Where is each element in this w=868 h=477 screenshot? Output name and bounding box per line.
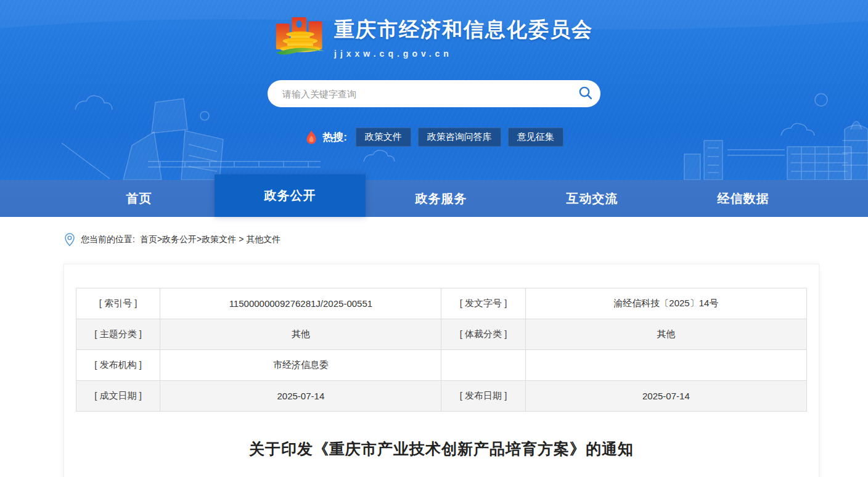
- site-brand[interactable]: 重庆市经济和信息化委员会 jjxxw.cq.gov.cn: [275, 12, 593, 62]
- meta-row-dates: [ 成文日期 ] 2025-07-14 [ 发布日期 ] 2025-07-14: [76, 381, 807, 412]
- meta-label-genre-category: [ 体裁分类 ]: [441, 319, 525, 350]
- site-title: 重庆市经济和信息化委员会: [334, 16, 593, 44]
- search-icon: [578, 86, 593, 102]
- site-logo-icon: [275, 12, 326, 62]
- search-button[interactable]: [573, 83, 598, 105]
- meta-value-written-date: 2025-07-14: [160, 381, 441, 412]
- meta-label-empty: [441, 350, 525, 381]
- breadcrumb: 您当前的位置: 首页>政务公开>政策文件 > 其他文件: [63, 217, 819, 262]
- brand-text: 重庆市经济和信息化委员会 jjxxw.cq.gov.cn: [334, 12, 593, 59]
- breadcrumb-prefix: 您当前的位置:: [81, 234, 135, 245]
- meta-label-publish-date: [ 发布日期 ]: [441, 381, 525, 412]
- meta-value-genre-category: 其他: [525, 319, 806, 350]
- meta-value-index: 11500000009276281J/2025-00551: [160, 288, 441, 319]
- main-nav-inner: 首页 政务公开 政务服务 互动交流 经信数据: [63, 180, 819, 217]
- main-nav: 首页 政务公开 政务服务 互动交流 经信数据: [0, 180, 868, 217]
- page: 重庆市经济和信息化委员会 jjxxw.cq.gov.cn: [0, 0, 868, 477]
- meta-row-publisher: [ 发布机构 ] 市经济信息委: [76, 350, 807, 381]
- hot-search-item-policy-qa[interactable]: 政策咨询问答库: [418, 128, 501, 147]
- breadcrumb-path[interactable]: 首页>政务公开>政策文件 > 其他文件: [140, 234, 280, 245]
- hot-search-item-policy-files[interactable]: 政策文件: [356, 128, 411, 147]
- meta-label-index: [ 索引号 ]: [76, 288, 160, 319]
- meta-label-written-date: [ 成文日期 ]: [76, 381, 160, 412]
- meta-value-topic-category: 其他: [160, 319, 441, 350]
- meta-row-index-number: [ 索引号 ] 11500000009276281J/2025-00551 [ …: [76, 288, 807, 319]
- document-meta-table: [ 索引号 ] 11500000009276281J/2025-00551 [ …: [76, 288, 807, 412]
- location-pin-icon: [63, 232, 76, 247]
- meta-value-publish-date: 2025-07-14: [525, 381, 806, 412]
- nav-item-gov-disclosure[interactable]: 政务公开: [215, 174, 366, 217]
- hot-search-label: 热搜:: [322, 130, 347, 144]
- meta-value-doc-number: 渝经信科技〔2025〕14号: [525, 288, 806, 319]
- nav-item-gov-services[interactable]: 政务服务: [366, 180, 517, 217]
- site-banner: 重庆市经济和信息化委员会 jjxxw.cq.gov.cn: [0, 0, 868, 180]
- meta-label-publisher: [ 发布机构 ]: [76, 350, 160, 381]
- document-title: 关于印发《重庆市产业技术创新产品培育方案》的通知: [76, 439, 807, 459]
- search-bar: [268, 80, 600, 107]
- hot-search-row: 热搜: 政策文件 政策咨询问答库 意见征集: [305, 128, 563, 147]
- meta-label-topic-category: [ 主题分类 ]: [76, 319, 160, 350]
- search-input[interactable]: [268, 80, 600, 107]
- meta-value-publisher: 市经济信息委: [160, 350, 441, 381]
- meta-label-doc-number: [ 发文字号 ]: [441, 288, 525, 319]
- meta-row-category: [ 主题分类 ] 其他 [ 体裁分类 ] 其他: [76, 319, 807, 350]
- meta-value-empty: [525, 350, 806, 381]
- document-card: [ 索引号 ] 11500000009276281J/2025-00551 [ …: [63, 264, 819, 477]
- nav-item-econ-data[interactable]: 经信数据: [668, 180, 819, 217]
- nav-item-interaction[interactable]: 互动交流: [517, 180, 668, 217]
- flame-icon: [305, 129, 318, 145]
- site-url: jjxxw.cq.gov.cn: [334, 49, 593, 59]
- hot-search-item-opinion-collection[interactable]: 意见征集: [508, 128, 563, 147]
- nav-item-home[interactable]: 首页: [63, 180, 215, 217]
